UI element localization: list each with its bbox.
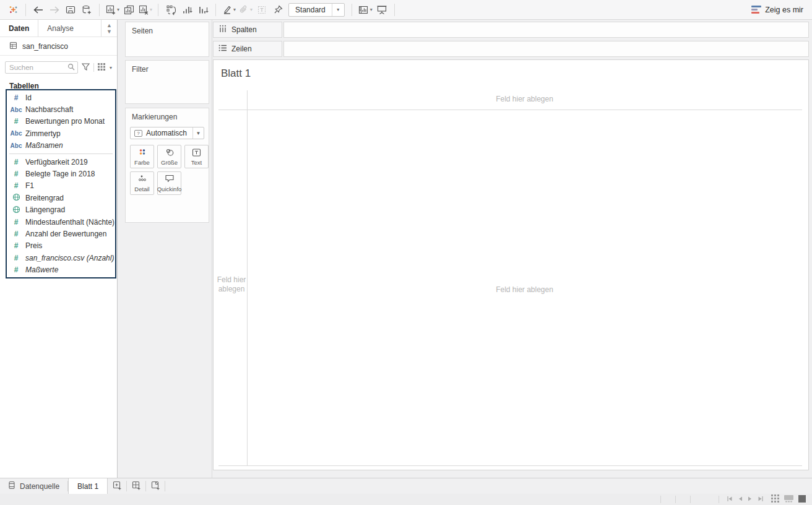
- field-item[interactable]: AbcNachbarschaft: [7, 103, 115, 115]
- presentation-mode-button[interactable]: [374, 2, 390, 18]
- undo-button[interactable]: [30, 2, 46, 18]
- show-me-button[interactable]: Zeig es mir: [748, 6, 807, 14]
- add-datasource-button[interactable]: [79, 2, 95, 18]
- fix-axes-button[interactable]: [270, 2, 286, 18]
- field-item[interactable]: AbcMaßnamen: [7, 140, 115, 152]
- sheet-title: Blatt 1: [221, 67, 251, 80]
- duplicate-sheet-button[interactable]: [121, 2, 137, 18]
- field-label: Id: [25, 93, 32, 102]
- new-worksheet-caret-icon[interactable]: ▾: [117, 7, 119, 12]
- sheet-view[interactable]: Blatt 1 Feld hier ablegen Feld hier able…: [213, 59, 809, 470]
- view-options-caret-icon[interactable]: ▾: [110, 65, 112, 71]
- pages-card-title: Seiten: [132, 27, 202, 35]
- redo-button[interactable]: [46, 2, 63, 18]
- filters-card-title: Filter: [132, 65, 202, 74]
- number-icon: #: [7, 158, 25, 166]
- sort-ascending-button[interactable]: [179, 2, 195, 18]
- new-worksheet-tab-button[interactable]: [108, 478, 126, 494]
- search-box[interactable]: [5, 61, 78, 74]
- toolbar-divider: [25, 4, 26, 16]
- search-input[interactable]: [9, 64, 67, 71]
- tab-daten[interactable]: Daten: [0, 20, 38, 37]
- sort-descending-button[interactable]: [195, 2, 211, 18]
- field-item[interactable]: AbcZimmertyp: [7, 127, 115, 139]
- show-hide-cards-button[interactable]: ▾: [356, 2, 374, 18]
- new-worksheet-tab-icon: [112, 480, 123, 493]
- field-item[interactable]: Breitengrad: [7, 192, 115, 204]
- drop-zone-rows[interactable]: Feld hier ablegen: [216, 275, 247, 294]
- rows-shelf-label: Zeilen: [213, 41, 282, 57]
- filmstrip-view-icon[interactable]: [784, 494, 793, 504]
- field-item[interactable]: #F1: [7, 180, 115, 192]
- field-item[interactable]: #Verfügbarkeit 2019: [7, 156, 115, 168]
- clear-sheet-caret-icon[interactable]: ▾: [150, 7, 152, 12]
- number-icon: #: [7, 254, 25, 262]
- new-worksheet-button[interactable]: ▾: [104, 2, 121, 18]
- tab-analyse[interactable]: Analyse: [38, 20, 82, 37]
- field-item[interactable]: #Maßwerte: [7, 264, 115, 275]
- rows-shelf[interactable]: [283, 41, 809, 57]
- tableau-logo-button[interactable]: [5, 2, 21, 18]
- next-page-icon[interactable]: [748, 495, 753, 504]
- previous-page-icon[interactable]: [738, 495, 743, 504]
- toolbar-divider: [394, 4, 395, 16]
- field-item[interactable]: #Mindestaufenthalt (Nächte): [7, 216, 115, 228]
- highlight-pen-icon: [222, 4, 233, 15]
- drop-zone-center[interactable]: Feld hier ablegen: [247, 285, 802, 294]
- field-item[interactable]: #Bewertungen pro Monat: [7, 116, 115, 127]
- pane-collapse-icon[interactable]: ▲▼: [101, 20, 117, 37]
- text-mark-button[interactable]: Text: [184, 145, 209, 168]
- geo-icon: [7, 205, 25, 215]
- fit-selector-caret-icon[interactable]: ▾: [332, 4, 344, 16]
- show-mark-labels-button[interactable]: [254, 2, 270, 18]
- farbe-mark-button[interactable]: Farbe: [130, 145, 154, 168]
- field-item[interactable]: #Anzahl der Bewertungen: [7, 228, 115, 240]
- group-members-button[interactable]: ▾: [237, 2, 254, 18]
- field-item[interactable]: #Preis: [7, 240, 115, 252]
- new-dashboard-button[interactable]: [127, 478, 145, 494]
- columns-shelf[interactable]: [283, 22, 809, 38]
- first-page-icon[interactable]: [727, 495, 733, 504]
- fit-selector-value: Standard: [289, 6, 332, 14]
- highlight-button[interactable]: ▾: [220, 2, 237, 18]
- field-item[interactable]: #san_francisco.csv (Anzahl): [7, 252, 115, 264]
- field-item[interactable]: #Belegte Tage in 2018: [7, 168, 115, 179]
- swap-rows-columns-button[interactable]: [163, 2, 179, 18]
- sheet-sorter-icon[interactable]: [771, 494, 779, 504]
- sheet-tab-blatt-1[interactable]: Blatt 1: [68, 478, 108, 494]
- group-caret-icon[interactable]: ▾: [250, 7, 253, 12]
- string-icon: Abc: [7, 142, 25, 149]
- field-label: Breitengrad: [25, 194, 64, 202]
- new-story-button[interactable]: [146, 478, 165, 494]
- pin-icon: [273, 4, 283, 15]
- new-worksheet-icon: [105, 4, 116, 15]
- pages-card[interactable]: Seiten: [125, 22, 209, 57]
- last-page-icon[interactable]: [758, 495, 764, 504]
- field-item[interactable]: Längengrad: [7, 204, 115, 216]
- field-label: san_francisco.csv (Anzahl): [25, 254, 114, 262]
- mark-type-dropdown[interactable]: ? Automatisch ▼: [130, 127, 204, 139]
- save-button[interactable]: [63, 2, 79, 18]
- worksheet-area: Spalten Zeilen Blatt 1 Feld hier ablegen…: [212, 20, 812, 478]
- show-tabs-icon[interactable]: [798, 495, 806, 504]
- mark-button-label: Größe: [161, 159, 178, 166]
- clear-sheet-button[interactable]: ▾: [137, 2, 153, 18]
- paperclip-icon: [238, 4, 249, 15]
- show-hide-cards-caret-icon[interactable]: ▾: [370, 7, 373, 12]
- filter-fields-icon[interactable]: [81, 63, 90, 73]
- mark-button-label: Detail: [134, 186, 149, 192]
- datasource-tab[interactable]: Datenquelle: [0, 478, 67, 494]
- field-item[interactable]: #Id: [7, 92, 115, 103]
- number-icon: #: [7, 241, 25, 250]
- quickinfo-mark-button[interactable]: Quickinfo: [157, 171, 181, 195]
- add-datasource-icon: [81, 4, 92, 15]
- mark-type-caret-icon[interactable]: ▼: [192, 127, 204, 139]
- filters-card[interactable]: Filter: [125, 60, 209, 104]
- highlight-caret-icon[interactable]: ▾: [233, 7, 236, 12]
- view-options-icon[interactable]: [97, 63, 106, 73]
- datasource-item[interactable]: san_francisco: [0, 37, 117, 56]
- drop-zone-columns[interactable]: Feld hier ablegen: [247, 95, 802, 103]
- gre-mark-button[interactable]: Größe: [157, 145, 181, 168]
- detail-mark-button[interactable]: Detail: [130, 171, 154, 195]
- fit-selector[interactable]: Standard ▾: [288, 3, 345, 17]
